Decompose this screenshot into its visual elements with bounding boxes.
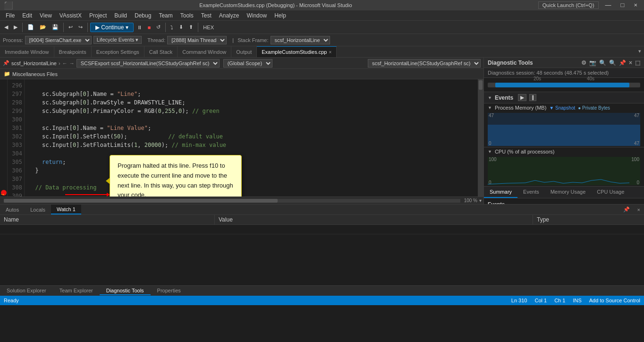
zoom-dropdown[interactable]: ▾: [479, 198, 482, 203]
h-track[interactable]: [4, 199, 460, 203]
nav-arrow2[interactable]: ←: [62, 60, 68, 66]
v-scrollbar[interactable]: [478, 79, 483, 197]
open-btn[interactable]: 📂: [37, 23, 49, 32]
menu-help[interactable]: Help: [271, 11, 290, 20]
status-ins: INS: [573, 298, 581, 303]
sep5: [198, 23, 198, 32]
watch-table-body[interactable]: [0, 225, 644, 285]
diag-pin[interactable]: 📌: [619, 60, 626, 66]
zoom-level: 100 %: [464, 198, 477, 203]
tab-overflow[interactable]: ▾: [636, 46, 644, 57]
pause-btn[interactable]: ⏸: [135, 23, 144, 32]
nav-pin[interactable]: 📌: [3, 60, 9, 66]
nav-diagnostic-tools[interactable]: Diagnostic Tools: [100, 287, 151, 295]
tab-command[interactable]: Command Window: [178, 46, 231, 57]
btab-close[interactable]: ×: [634, 205, 644, 214]
new-btn[interactable]: 📄: [25, 23, 36, 32]
timeline-track[interactable]: 20s 40s: [488, 83, 640, 87]
btab-locals[interactable]: Locals: [25, 205, 51, 214]
forward-btn[interactable]: ▶: [11, 23, 20, 32]
diag-close[interactable]: ×: [629, 60, 632, 66]
scope-selector2[interactable]: (Global Scope): [223, 59, 272, 68]
nav-arrow3[interactable]: →: [69, 60, 75, 66]
diagnostic-panel: Diagnostic Tools ⚙ 📷 🔍 🔍 📌 × ⬚ Diagnosti…: [483, 58, 644, 204]
menu-edit[interactable]: Edit: [18, 11, 36, 20]
v-scroll-thumb[interactable]: [479, 80, 483, 90]
save-btn[interactable]: 💾: [50, 23, 61, 32]
tab-memory-usage[interactable]: Memory Usage: [545, 187, 592, 198]
diag-controls: ⚙ 📷 🔍 🔍 📌 × ⬚: [581, 60, 640, 66]
diag-zoom-out[interactable]: 🔍: [609, 60, 616, 66]
menu-project[interactable]: Project: [85, 11, 110, 20]
diag-settings[interactable]: ⚙: [581, 60, 586, 66]
step-into[interactable]: ⬇: [177, 23, 186, 32]
status-ch: Ch 1: [554, 298, 565, 303]
memory-fill: [488, 125, 640, 146]
process-selector[interactable]: [9004] SierraChart.exe: [25, 36, 92, 44]
continue-btn[interactable]: ▶ Continue ▾: [90, 23, 134, 32]
btab-autos[interactable]: Autos: [0, 205, 25, 214]
redo-btn[interactable]: ↪: [76, 23, 85, 32]
btab-pin[interactable]: 📌: [619, 205, 634, 214]
tab-exception[interactable]: Exception Settings: [92, 46, 144, 57]
menu-team[interactable]: Team: [155, 11, 176, 20]
tab-example-cpp[interactable]: ExampleCustomStudies.cpp ×: [257, 46, 337, 57]
events-pause-btn[interactable]: ‖: [529, 94, 536, 101]
menu-test[interactable]: Test: [197, 11, 215, 20]
sep2: [63, 23, 64, 32]
title-text: ExampleCustomStudies.cpp (Debugging) - M…: [13, 2, 538, 8]
lifecycle-btn[interactable]: Lifecycle Events ▾: [93, 36, 142, 44]
menu-build[interactable]: Build: [110, 11, 131, 20]
vs-logo: ⬛: [4, 1, 13, 10]
step-over[interactable]: ⤵: [168, 23, 176, 32]
stop-btn[interactable]: ■: [145, 23, 153, 32]
btab-watch1[interactable]: Watch 1: [51, 205, 81, 214]
thread-selector[interactable]: [2888] Main Thread: [167, 36, 227, 44]
step-out[interactable]: ⬆: [186, 23, 195, 32]
diag-undock[interactable]: ⬚: [635, 60, 640, 66]
status-source-control[interactable]: Add to Source Control: [589, 298, 640, 303]
menu-tools[interactable]: Tools: [177, 11, 197, 20]
diag-camera[interactable]: 📷: [589, 60, 596, 66]
tab-callstack[interactable]: Call Stack: [144, 46, 178, 57]
close-btn[interactable]: ×: [631, 1, 640, 9]
back-btn[interactable]: ◀: [2, 23, 10, 32]
menu-analyze[interactable]: Analyze: [215, 11, 243, 20]
tab-immediate[interactable]: Immediate Window: [0, 46, 54, 57]
summary-events-section: Events ☑ Show Events (1 of 1): [488, 201, 640, 204]
events-section: ▼ Events ▶ ‖: [484, 92, 644, 103]
stack-selector[interactable]: scsf_HorizontalLine: [271, 36, 330, 44]
nav-solution-explorer[interactable]: Solution Explorer: [0, 287, 53, 295]
scope-selector[interactable]: SCSFExport scsf_HorizontalLine(SCStudyGr…: [76, 59, 220, 68]
menu-debug[interactable]: Debug: [131, 11, 155, 20]
events-play-btn[interactable]: ▶: [518, 94, 526, 101]
undo-btn[interactable]: ↩: [66, 23, 75, 32]
memory-chart-section: ▼ Process Memory (MB) ▼ Snapshot ● Priva…: [484, 103, 644, 147]
hex-btn[interactable]: HEX: [201, 23, 216, 32]
tab-events[interactable]: Events: [517, 187, 545, 198]
menu-view[interactable]: View: [36, 11, 56, 20]
code-text-area[interactable]: sc.Subgraph[0].Name = "Line"; sc.Subgrap…: [25, 79, 478, 197]
collapse-arrow-memory: ▼: [488, 105, 492, 110]
tab-close-example[interactable]: ×: [329, 50, 331, 55]
col-type: Type: [533, 215, 644, 224]
quick-launch[interactable]: Quick Launch (Ctrl+Q): [538, 1, 599, 9]
maximize-btn[interactable]: □: [618, 1, 627, 9]
tab-summary[interactable]: Summary: [484, 187, 517, 198]
func-selector[interactable]: scsf_HorizontalLine(SCStudyGraphRef sc): [368, 59, 481, 68]
diag-zoom-in[interactable]: 🔍: [599, 60, 606, 66]
minimize-btn[interactable]: —: [602, 1, 614, 9]
tab-cpu-usage[interactable]: CPU Usage: [591, 187, 630, 198]
restart-btn[interactable]: ↺: [154, 23, 163, 32]
events-header[interactable]: ▼ Events ▶ ‖: [484, 92, 644, 103]
nav-bottom-bar: Solution Explorer Team Explorer Diagnost…: [0, 285, 644, 296]
code-line-305: return;: [28, 158, 474, 166]
tab-breakpoints[interactable]: Breakpoints: [54, 46, 92, 57]
menu-file[interactable]: File: [2, 11, 18, 20]
menu-window[interactable]: Window: [243, 11, 271, 20]
menu-vassistx[interactable]: VAssistX: [56, 11, 85, 20]
tab-output[interactable]: Output: [231, 46, 257, 57]
nav-team-explorer[interactable]: Team Explorer: [53, 287, 100, 295]
h-thumb[interactable]: [4, 199, 278, 203]
nav-properties[interactable]: Properties: [151, 287, 187, 295]
